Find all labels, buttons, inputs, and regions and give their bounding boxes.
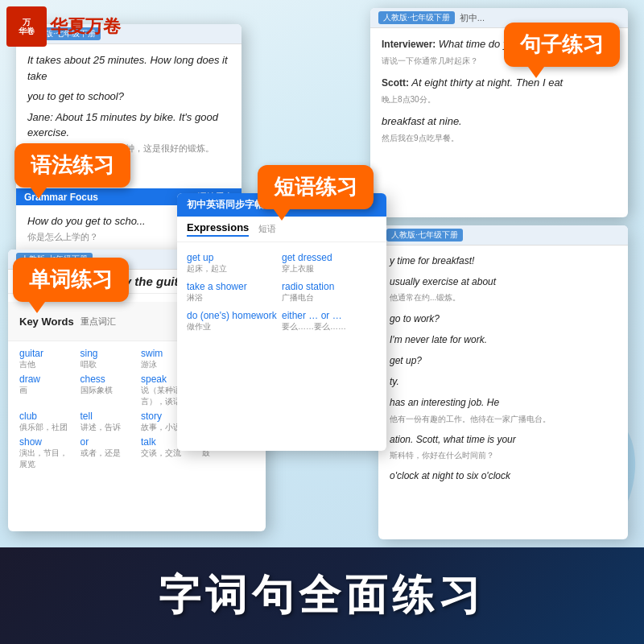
expr-radio: radio station 广播电台 bbox=[282, 278, 377, 307]
expressions-grid: get up 起床，起立 get dressed 穿上衣服 take a sho… bbox=[177, 242, 386, 342]
sentence-line3: breakfast at nine. 然后我在9点吃早餐。 bbox=[382, 114, 617, 146]
expr-take-shower: take a shower 淋浴 bbox=[187, 278, 282, 307]
expressions-card: 初中英语同步字帖 Expressions 短语 get up 起床，起立 get… bbox=[177, 193, 386, 451]
tab-expressions-en[interactable]: Expressions bbox=[187, 221, 249, 237]
sentence-right-header: 人教版·七年级下册 bbox=[378, 225, 628, 246]
bubble-sentence: 句子练习 bbox=[504, 23, 620, 67]
expressions-book-title: 初中英语同步字帖 bbox=[187, 198, 264, 212]
bubble-grammar: 语法练习 bbox=[14, 143, 130, 188]
tab-expressions-cn[interactable]: 短语 bbox=[258, 223, 276, 235]
logo-icon-top: 万 bbox=[23, 18, 31, 27]
grammar-intro-line: It takes about 25 minutes. How long does… bbox=[27, 52, 230, 84]
sentence-header-text: 初中... bbox=[460, 12, 485, 24]
sentence-right-card: 人教版·七年级下册 y time for breakfast! usually … bbox=[378, 225, 628, 539]
bottom-banner-text: 字词句全面练习 bbox=[159, 568, 485, 624]
vocab-or: or或者，还是 bbox=[80, 436, 134, 470]
expr-either-or: either … or … 要么……要么…… bbox=[282, 307, 377, 336]
vocab-draw: draw画 bbox=[19, 374, 72, 407]
content-area: 万 华卷 华夏万卷 人教版·七年级下册 It takes about 25 mi… bbox=[0, 0, 644, 547]
grammar-line2: you to get to school? bbox=[27, 89, 230, 105]
sentence-right-pub: 人教版·七年级下册 bbox=[386, 229, 463, 242]
expr-homework: do (one's) homework 做作业 bbox=[187, 307, 282, 336]
vocab-tell: tell讲述，告诉 bbox=[80, 411, 134, 433]
vocab-show: show演出，节目，展览 bbox=[19, 436, 72, 470]
logo: 万 华卷 华夏万卷 bbox=[6, 6, 121, 47]
sentence-right-body: y time for breakfast! usually exercise a… bbox=[378, 246, 628, 497]
vocab-chess: chess国际象棋 bbox=[80, 374, 134, 407]
expr-get-up: get up 起床，起立 bbox=[187, 249, 282, 278]
bottom-banner: 字词句全面练习 bbox=[0, 547, 644, 644]
vocab-sing: sing唱歌 bbox=[80, 348, 134, 370]
logo-icon-bottom: 华卷 bbox=[19, 27, 35, 35]
expr-get-dressed: get dressed 穿上衣服 bbox=[282, 249, 377, 278]
bubble-phrase: 短语练习 bbox=[258, 165, 374, 209]
logo-icon: 万 华卷 bbox=[6, 6, 47, 47]
vocab-guitar: guitar吉他 bbox=[19, 348, 72, 370]
bubble-vocab: 单词练习 bbox=[13, 258, 129, 302]
sentence-line2: Scott: At eight thirty at night. Then I … bbox=[382, 75, 617, 107]
key-words-en-label: Key Words bbox=[19, 316, 74, 328]
sentence-pub-label: 人教版·七年级下册 bbox=[378, 11, 455, 24]
key-words-cn-label: 重点词汇 bbox=[80, 316, 116, 328]
main-container: 万 华卷 华夏万卷 人教版·七年级下册 It takes about 25 mi… bbox=[0, 0, 644, 644]
logo-name: 华夏万卷 bbox=[50, 14, 121, 39]
vocab-club: club俱乐部，社团 bbox=[19, 411, 72, 433]
